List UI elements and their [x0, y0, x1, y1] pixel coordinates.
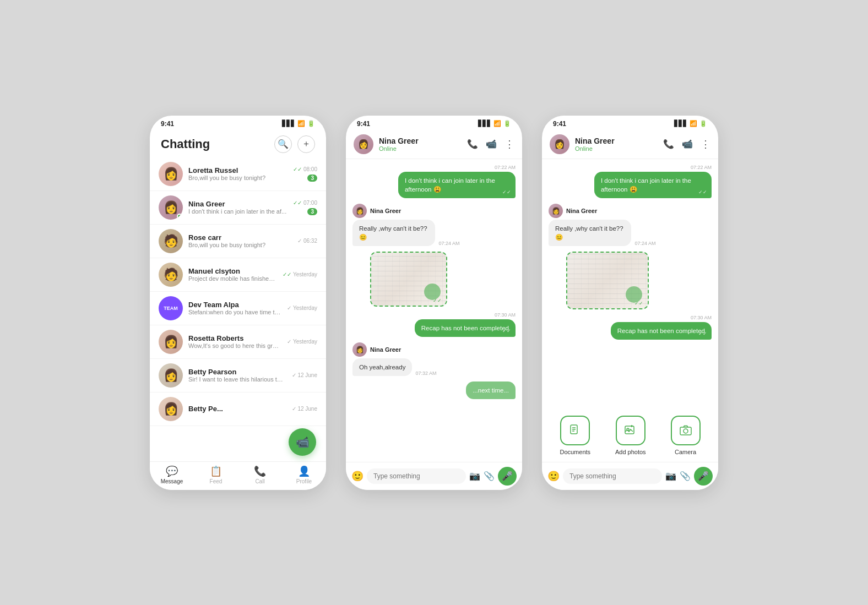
- msg-sent-3-recap: 07:30 AM Recap has not been completed ✓✓: [549, 315, 712, 340]
- add-photos-label: Add photos: [615, 449, 646, 455]
- add-icon: ＋: [302, 138, 311, 150]
- chat-messages-2: 07:22 AM I don't think i can join later …: [346, 159, 522, 462]
- add-chat-button[interactable]: ＋: [297, 135, 315, 153]
- avatar-manuel: 🧑: [159, 263, 183, 287]
- chat-item-rosetta[interactable]: 👩 Rosetta Roberts Wow,It's so good to he…: [150, 325, 326, 359]
- chat-item-loretta[interactable]: 👩 Loretta Russel Bro,will you be busy to…: [150, 157, 326, 191]
- phone-screen-3: 9:41 ▋▋▋ 📶 🔋 👩 Nina Greer Online 📞 📹 ⋮ 0…: [542, 116, 718, 490]
- nav-profile[interactable]: 👤 Profile: [282, 465, 326, 484]
- msg-tick-1: ✓✓: [502, 189, 511, 196]
- nav-message[interactable]: 💬 Message: [150, 465, 194, 484]
- chat-time-betty1: ✓ 12 June: [292, 372, 317, 378]
- avatar-loretta: 👩: [159, 162, 183, 186]
- msg-tick-3-recap: ✓✓: [698, 330, 707, 337]
- sketch-image-3: [567, 253, 648, 308]
- msg-bubble-3-sent-1: I don't think i can join later in the af…: [594, 172, 712, 198]
- msg-time-ohy: 07:32 AM: [415, 370, 436, 376]
- sender-name-3-1: Nina Greer: [566, 208, 597, 214]
- status-icons-3: ▋▋▋ 📶 🔋: [674, 120, 707, 127]
- signal-icon: ▋▋▋: [282, 120, 295, 127]
- status-time-1: 9:41: [161, 120, 174, 128]
- face-icon: 👩: [164, 403, 178, 415]
- signal-icon-2: ▋▋▋: [478, 120, 491, 127]
- message-input-2[interactable]: [367, 468, 466, 484]
- chat-item-rose[interactable]: 🧑 Rose carr Bro,will you be busy tonight…: [150, 225, 326, 258]
- emoji-icon-2[interactable]: 🙂: [351, 470, 364, 482]
- emoji-icon-3[interactable]: 🙂: [547, 470, 560, 482]
- nav-call-label: Call: [255, 478, 264, 484]
- more-options-icon-2[interactable]: ⋮: [504, 138, 514, 150]
- mic-button-2[interactable]: 🎤: [498, 467, 517, 486]
- battery-icon-3: 🔋: [699, 120, 707, 127]
- nav-feed[interactable]: 📋 Feed: [194, 465, 238, 484]
- attach-icon-2[interactable]: 📎: [484, 471, 495, 481]
- phone-screen-1: 9:41 ▋▋▋ 📶 🔋 Chatting 🔍 ＋ 👩 Loretta Russ…: [150, 116, 326, 490]
- documents-action[interactable]: Documents: [560, 416, 590, 455]
- chat-item-betty2[interactable]: 👩 Betty Pe... ✓ 12 June: [150, 393, 326, 426]
- chat-list-title: Chatting: [161, 137, 210, 151]
- msg-bubble-3-recap: Recap has not been completed ✓✓: [611, 322, 712, 340]
- msg-sent-recap: 07:30 AM Recap has not been completed ✓✓: [352, 312, 516, 337]
- sender-name-1: Nina Greer: [370, 208, 401, 214]
- chat-preview-manuel: Project dev mobile has finished.......??: [188, 275, 277, 282]
- chat-info-loretta: Loretta Russel Bro,will you be busy toni…: [188, 166, 287, 181]
- img-tick-3: ✓✓: [634, 301, 643, 306]
- chat-meta-nina: ✓✓ 07:00 3: [293, 200, 317, 215]
- chat-item-betty1[interactable]: 👩 Betty Pearson Sir! I want to leave thi…: [150, 359, 326, 393]
- status-time-2: 9:41: [357, 120, 370, 128]
- chat-info-betty2: Betty Pe...: [188, 405, 286, 413]
- phone-call-icon-2[interactable]: 📞: [467, 139, 478, 149]
- video-icon: 📹: [296, 435, 310, 449]
- attach-icon-3[interactable]: 📎: [680, 471, 691, 481]
- avatar-nina: 👩: [159, 195, 183, 220]
- chat-avatar-nina-2: 👩: [354, 134, 373, 154]
- mic-icon-2: 🎤: [502, 471, 513, 481]
- chat-time-manuel: ✓✓ Yesterday: [283, 271, 317, 277]
- status-time-3: 9:41: [553, 120, 566, 128]
- video-call-icon-2[interactable]: 📹: [486, 139, 497, 149]
- camera-action[interactable]: Camera: [671, 416, 701, 455]
- chat-item-manuel[interactable]: 🧑 Manuel clsyton Project dev mobile has …: [150, 258, 326, 292]
- phone-call-icon-3[interactable]: 📞: [663, 139, 674, 149]
- camera-icon-2[interactable]: 📷: [469, 471, 480, 481]
- battery-icon-2: 🔋: [503, 120, 511, 127]
- video-call-fab[interactable]: 📹: [289, 428, 316, 456]
- search-button[interactable]: 🔍: [274, 135, 292, 153]
- chat-input-bar-3: 🙂 📷 📎 🎤: [542, 462, 718, 490]
- svg-rect-8: [680, 427, 691, 435]
- face-icon: 👩: [164, 168, 178, 180]
- chat-time-rosetta: ✓ Yesterday: [287, 339, 317, 345]
- sender-avatar-ohy: 👩: [352, 342, 367, 357]
- more-options-icon-3[interactable]: ⋮: [701, 138, 710, 150]
- mic-button-3[interactable]: 🎤: [694, 467, 713, 486]
- chat-meta-rosetta: ✓ Yesterday: [287, 339, 317, 345]
- msg-sent-3-1: 07:22 AM I don't think i can join later …: [549, 165, 712, 198]
- chat-list-body: 👩 Loretta Russel Bro,will you be busy to…: [150, 157, 326, 461]
- image-bubble-3: ✓✓: [566, 252, 649, 309]
- camera-icon-input-3[interactable]: 📷: [665, 471, 676, 481]
- chat-header-info-2: Nina Greer Online: [379, 137, 462, 152]
- chat-item-devteam[interactable]: TEAM Dev Team Alpa Stefani:when do you h…: [150, 292, 326, 325]
- msg-bubble-sent-1: I don't think i can join later in the af…: [398, 172, 516, 198]
- status-icons-2: ▋▋▋ 📶 🔋: [478, 120, 511, 127]
- message-input-3[interactable]: [563, 468, 662, 484]
- msg-sent-partial: ...next time...: [352, 381, 516, 399]
- msg-image-received: ✓✓: [352, 252, 516, 307]
- chat-contact-status-3: Online: [575, 145, 658, 152]
- chat-contact-status-2: Online: [379, 145, 462, 152]
- chat-meta-rose: ✓ 06:32: [297, 238, 317, 244]
- sender-label-3-1: 👩 Nina Greer: [549, 204, 597, 218]
- svg-rect-4: [625, 426, 634, 434]
- nav-call[interactable]: 📞 Call: [238, 465, 282, 484]
- chat-time-devteam: ✓ Yesterday: [287, 305, 317, 311]
- chat-preview-devteam: Stefani:when do you have time to go with…: [188, 309, 281, 315]
- msg-tick-3-1: ✓✓: [698, 189, 707, 196]
- chat-preview-nina: I don't think i can join later in the af…: [188, 208, 287, 215]
- status-bar-2: 9:41 ▋▋▋ 📶 🔋: [346, 116, 522, 130]
- sender-label-1: 👩 Nina Greer: [352, 204, 401, 218]
- chat-time-loretta: ✓✓ 08:00: [293, 166, 317, 172]
- nav-profile-label: Profile: [296, 478, 312, 484]
- chat-item-nina[interactable]: 👩 Nina Greer I don't think i can join la…: [150, 191, 326, 225]
- video-call-icon-3[interactable]: 📹: [682, 139, 693, 149]
- add-photos-action[interactable]: Add photos: [615, 416, 646, 455]
